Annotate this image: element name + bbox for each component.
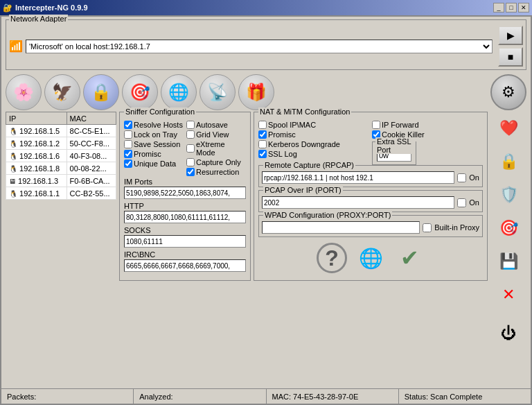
shield-icon[interactable]: 🛡️ — [493, 180, 524, 210]
capture-only-row[interactable]: Capture Only — [186, 158, 246, 166]
grid-view-row[interactable]: Grid View — [186, 130, 246, 139]
ssl-log-checkbox[interactable] — [258, 150, 267, 158]
table-row[interactable]: 🐧 192.168.1.1CC-B2-55... — [6, 187, 116, 200]
built-in-proxy-checkbox[interactable] — [423, 223, 432, 232]
analyzed-label: Analyzed: — [139, 393, 172, 401]
pcap-on-checkbox[interactable] — [457, 198, 466, 207]
toolbar-flower-icon[interactable]: 🌸 — [6, 74, 42, 110]
pcap-on-label: On — [469, 198, 479, 207]
kerberos-checkbox[interactable] — [258, 140, 267, 148]
toolbar-lock-icon[interactable]: 🔒 — [83, 74, 119, 110]
table-row[interactable]: 🐧 192.168.1.250-CC-F8... — [6, 137, 116, 150]
wpad-box: WPAD Configuration (PROXY:PORT) Built-in… — [258, 215, 483, 237]
play-button[interactable]: ▶ — [498, 26, 523, 45]
nat-mitm-title: NAT & MiTM Configuration — [258, 107, 351, 116]
promisc-sniffer-checkbox[interactable] — [124, 150, 132, 158]
heart-icon[interactable]: ❤️ — [493, 113, 524, 144]
spool-ip-mac-row[interactable]: Spool IP\MAC — [258, 121, 369, 129]
ssl-log-label: SSL Log — [268, 150, 297, 158]
autosave-row[interactable]: Autosave — [186, 121, 246, 129]
autosave-label: Autosave — [196, 121, 228, 129]
promisc-nat-checkbox[interactable] — [258, 130, 267, 139]
built-in-proxy-label: Built-in Proxy — [434, 223, 479, 232]
target-icon[interactable]: 🎯 — [493, 213, 524, 243]
extreme-mode-row[interactable]: eXtreme Mode — [186, 140, 246, 157]
ip-cell: 🖥 192.168.1.3 — [6, 175, 67, 187]
toolbar-eagle-icon[interactable]: 🦅 — [44, 74, 80, 110]
ip-forward-checkbox[interactable] — [372, 121, 380, 129]
promisc-sniffer-row[interactable]: Promisc — [124, 150, 184, 158]
grid-view-label: Grid View — [196, 130, 229, 139]
kerberos-label: Kerberos Downgrade — [268, 140, 340, 148]
table-row[interactable]: 🐧 192.168.1.58C-C5-E1... — [6, 125, 116, 137]
socks-input[interactable] — [124, 235, 246, 248]
wpad-input[interactable] — [262, 221, 420, 234]
main-window: Network Adapter 📶 'Microsoft' on local h… — [0, 15, 532, 405]
unique-data-label: Unique Data — [134, 160, 176, 168]
http-input[interactable] — [124, 211, 246, 223]
grid-view-checkbox[interactable] — [186, 130, 195, 139]
os-icon: 🐧 — [9, 128, 17, 135]
toolbar-wifi-icon[interactable]: 📡 — [200, 74, 236, 110]
im-ports-input[interactable] — [124, 187, 246, 199]
toolbar-globe-icon[interactable]: 🌐 — [161, 74, 197, 110]
remote-capture-row: On — [262, 171, 479, 184]
unique-data-row[interactable]: Unique Data — [124, 160, 184, 168]
remote-capture-input[interactable] — [262, 171, 454, 184]
sniffer-col-left: Resolve Hosts Lock on Tray Save Session — [124, 121, 184, 178]
remote-capture-box: Remote Capture (RPCAP) On — [258, 165, 483, 187]
adapter-select[interactable]: 'Microsoft' on local host:192.168.1.7 — [26, 40, 493, 53]
kerberos-row[interactable]: Kerberos Downgrade — [258, 140, 369, 148]
resolve-hosts-checkbox[interactable] — [124, 121, 132, 129]
globe-button[interactable]: 🌐 — [355, 243, 386, 273]
extreme-mode-checkbox[interactable] — [186, 144, 195, 153]
close-button[interactable]: ✕ — [518, 3, 529, 12]
lock-on-tray-checkbox[interactable] — [124, 130, 132, 139]
save-session-checkbox[interactable] — [124, 140, 132, 148]
pcap-row: On — [262, 196, 479, 209]
resurrection-row[interactable]: Resurrection — [186, 168, 246, 176]
lock-on-tray-row[interactable]: Lock on Tray — [124, 130, 184, 139]
pcap-input[interactable] — [262, 196, 454, 209]
socks-label: SOCKS — [124, 226, 246, 234]
config-panel: Sniffer Configuration Resolve Hosts Lock… — [119, 112, 488, 386]
table-row[interactable]: 🖥 192.168.1.3F0-6B-CA... — [6, 175, 116, 187]
sniffer-col-right: Autosave Grid View eXtreme Mode — [186, 121, 246, 178]
resolve-hosts-row[interactable]: Resolve Hosts — [124, 121, 184, 129]
mac-cell: 00-08-22... — [66, 162, 116, 175]
unique-data-checkbox[interactable] — [124, 160, 132, 168]
nat-col-left: Spool IP\MAC Promisc Kerberos Downgrade — [258, 121, 369, 165]
padlock-icon[interactable]: 🔒 — [493, 146, 524, 177]
floppy-icon[interactable]: 💾 — [493, 246, 524, 277]
remote-capture-title: Remote Capture (RPCAP) — [263, 161, 355, 169]
promisc-nat-row[interactable]: Promisc — [258, 130, 369, 139]
nat-col-right: IP Forward Cookie Killer Extra SSL Port — [372, 121, 483, 165]
power-icon[interactable]: ⏻ — [493, 318, 524, 349]
toolbar-target-icon[interactable]: 🎯 — [122, 74, 158, 110]
toolbar-gift-icon[interactable]: 🎁 — [238, 74, 274, 110]
promisc-nat-label: Promisc — [268, 130, 296, 139]
capture-only-checkbox[interactable] — [186, 158, 195, 166]
spool-ip-mac-checkbox[interactable] — [258, 121, 267, 129]
remote-capture-on-checkbox[interactable] — [457, 173, 466, 182]
ip-forward-row[interactable]: IP Forward — [372, 121, 483, 129]
irc-bnc-input[interactable] — [124, 259, 246, 272]
save-session-label: Save Session — [134, 140, 180, 148]
wpad-row: Built-in Proxy — [262, 221, 479, 234]
table-row[interactable]: 🐧 192.168.1.800-08-22... — [6, 162, 116, 175]
delete-icon[interactable]: ✕ — [493, 279, 524, 310]
resurrection-checkbox[interactable] — [186, 168, 195, 176]
save-session-row[interactable]: Save Session — [124, 140, 184, 148]
help-button[interactable]: ? — [317, 243, 347, 273]
confirm-button[interactable]: ✔ — [394, 243, 425, 273]
minimize-button[interactable]: _ — [493, 3, 504, 12]
autosave-checkbox[interactable] — [186, 121, 195, 129]
ssl-port-group: Extra SSL Port — [372, 141, 416, 165]
gear-icon[interactable]: ⚙ — [490, 74, 526, 110]
mac-cell: CC-B2-55... — [66, 187, 116, 200]
ssl-log-row[interactable]: SSL Log — [258, 150, 369, 158]
maximize-button[interactable]: □ — [506, 3, 517, 12]
config-top-row: Sniffer Configuration Resolve Hosts Lock… — [119, 112, 488, 281]
stop-button[interactable]: ■ — [498, 47, 523, 67]
table-row[interactable]: 🐧 192.168.1.640-F3-08... — [6, 150, 116, 162]
